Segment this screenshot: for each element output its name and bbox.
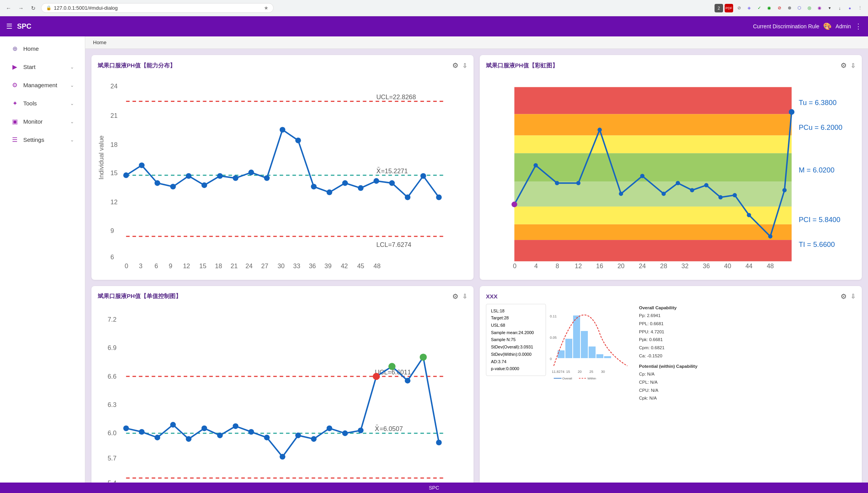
svg-point-32 xyxy=(405,195,411,200)
svg-text:28: 28 xyxy=(660,263,667,270)
chart-card-capability: 斌果口服液PH值【能力分布】 ⚙ ⇩ 24 21 18 15 12 9 xyxy=(91,55,474,280)
cpm-stat: Cpm: 0.6821 xyxy=(639,344,698,352)
ext-5[interactable]: ✓ xyxy=(755,4,763,12)
svg-text:TI = 5.6600: TI = 5.6600 xyxy=(799,240,835,248)
chart4-gear-button[interactable]: ⚙ xyxy=(840,292,847,301)
svg-text:6.0: 6.0 xyxy=(108,429,117,436)
svg-point-69 xyxy=(598,128,602,132)
chart1-download-button[interactable]: ⇩ xyxy=(462,62,467,69)
svg-point-17 xyxy=(170,184,176,190)
svg-rect-148 xyxy=(573,315,580,358)
chart1-gear-button[interactable]: ⚙ xyxy=(452,61,458,70)
svg-text:0: 0 xyxy=(550,357,552,361)
address-bar[interactable]: 🔒 127.0.0.1:5001/#mdui-dialog ★ xyxy=(41,3,274,13)
svg-point-126 xyxy=(405,378,411,383)
svg-point-30 xyxy=(374,178,379,184)
chart2-download-button[interactable]: ⇩ xyxy=(851,62,856,69)
sample-mean-stat: Sample mean:24.2000 xyxy=(491,329,541,336)
sidebar-item-start[interactable]: ▶ Start ⌄ xyxy=(3,59,82,75)
svg-point-15 xyxy=(139,162,145,168)
ext-4[interactable]: ◈ xyxy=(745,4,753,12)
svg-point-114 xyxy=(217,433,223,438)
sample-n-stat: Sample N:75 xyxy=(491,336,541,343)
svg-point-80 xyxy=(782,188,787,192)
sidebar-item-tools[interactable]: ✦ Tools ⌄ xyxy=(3,95,82,112)
svg-text:UCL=22.8268: UCL=22.8268 xyxy=(376,93,416,100)
svg-text:30: 30 xyxy=(277,263,284,270)
svg-text:LCL=7.6274: LCL=7.6274 xyxy=(376,241,411,248)
svg-rect-151 xyxy=(596,354,603,358)
ext-7[interactable]: ⊘ xyxy=(775,4,784,12)
target-stat: Target:28 xyxy=(491,314,541,322)
svg-point-67 xyxy=(555,181,559,185)
svg-point-31 xyxy=(389,180,395,186)
ext-pdf[interactable]: PDF xyxy=(725,4,733,12)
svg-point-81 xyxy=(789,109,795,115)
chevron-down-icon-5: ⌄ xyxy=(70,137,74,143)
hamburger-button[interactable]: ☰ xyxy=(6,22,12,31)
svg-text:15: 15 xyxy=(566,370,570,374)
cpl-stat: CPL: N/A xyxy=(639,378,698,386)
svg-text:9: 9 xyxy=(169,263,172,270)
svg-text:48: 48 xyxy=(767,263,774,270)
ext-12[interactable]: ▼ xyxy=(825,4,834,12)
svg-text:27: 27 xyxy=(261,263,268,270)
svg-point-70 xyxy=(619,191,623,196)
chart1-header: 斌果口服液PH值【能力分布】 ⚙ ⇩ xyxy=(98,61,467,70)
browser-extensions: 2 PDF ⊘ ◈ ✓ ◉ ⊘ ⊗ ⬡ ◎ ◉ ▼ ↓ ● ⋮ xyxy=(715,4,864,12)
forward-button[interactable]: → xyxy=(16,3,26,13)
ext-9[interactable]: ⬡ xyxy=(795,4,804,12)
svg-text:12: 12 xyxy=(183,263,190,270)
ext-download[interactable]: ↓ xyxy=(835,4,844,12)
ad-stat: AD:3.74 xyxy=(491,358,541,365)
svg-text:15: 15 xyxy=(199,263,206,270)
back-button[interactable]: ← xyxy=(4,3,13,13)
svg-point-72 xyxy=(661,191,666,196)
svg-text:6.6: 6.6 xyxy=(108,372,117,379)
reload-button[interactable]: ↻ xyxy=(29,3,38,13)
cpu-stat: CPU: N/A xyxy=(639,386,698,395)
header-right: Current Discrimination Rule 🎨 Admin ⋮ xyxy=(753,22,862,31)
chart3-download-button[interactable]: ⇩ xyxy=(462,293,467,300)
svg-point-108 xyxy=(123,425,129,431)
svg-text:Tu = 6.3800: Tu = 6.3800 xyxy=(799,98,837,107)
chart3-gear-button[interactable]: ⚙ xyxy=(452,292,458,301)
chart4-download-button[interactable]: ⇩ xyxy=(851,293,856,300)
svg-point-33 xyxy=(420,173,426,179)
svg-point-19 xyxy=(202,183,207,188)
svg-point-125 xyxy=(388,363,395,370)
sidebar-label-start: Start xyxy=(23,64,65,70)
ext-menu[interactable]: ⋮ xyxy=(856,4,864,12)
top-header: ☰ SPC Current Discrimination Rule 🎨 Admi… xyxy=(0,16,868,36)
ext-11[interactable]: ◉ xyxy=(815,4,824,12)
more-button[interactable]: ⋮ xyxy=(855,22,862,31)
svg-rect-146 xyxy=(558,350,565,358)
sidebar-item-management[interactable]: ⚙ Management ⌄ xyxy=(3,77,82,93)
ext-icon-1[interactable]: 2 xyxy=(715,4,723,12)
palette-icon[interactable]: 🎨 xyxy=(823,22,832,31)
ext-6[interactable]: ◉ xyxy=(765,4,773,12)
svg-point-29 xyxy=(358,185,363,191)
ext-8[interactable]: ⊗ xyxy=(785,4,794,12)
ext-10[interactable]: ◎ xyxy=(805,4,814,12)
svg-rect-54 xyxy=(514,135,791,153)
svg-point-113 xyxy=(202,425,207,431)
svg-point-24 xyxy=(280,127,286,133)
svg-text:6.9: 6.9 xyxy=(108,344,117,351)
svg-rect-53 xyxy=(514,114,791,135)
svg-text:X̄=6.0507: X̄=6.0507 xyxy=(375,425,403,432)
svg-text:20: 20 xyxy=(617,263,624,270)
svg-text:21: 21 xyxy=(231,263,238,270)
svg-rect-149 xyxy=(581,331,588,358)
chart2-gear-button[interactable]: ⚙ xyxy=(840,61,847,70)
ext-3[interactable]: ⊘ xyxy=(735,4,743,12)
overall-cap-title: Overall Capability xyxy=(639,304,698,312)
sidebar-item-settings[interactable]: ☰ Settings ⌄ xyxy=(3,131,82,148)
sidebar-item-monitor[interactable]: ▣ Monitor ⌄ xyxy=(3,113,82,130)
svg-point-66 xyxy=(534,163,538,167)
svg-text:18: 18 xyxy=(110,141,117,148)
sidebar-item-home[interactable]: ⊕ Home xyxy=(3,40,82,57)
ext-last[interactable]: ● xyxy=(846,4,854,12)
svg-text:6: 6 xyxy=(110,253,114,260)
svg-text:11.8274: 11.8274 xyxy=(552,370,565,374)
